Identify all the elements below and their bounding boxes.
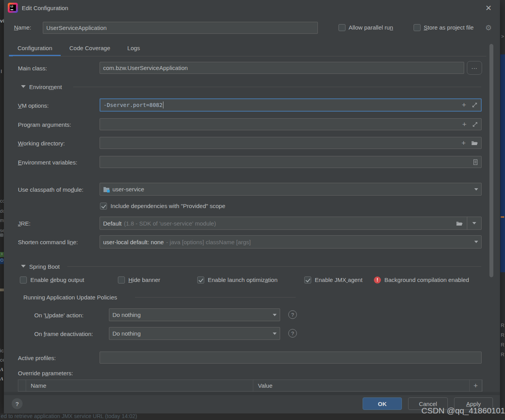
expand-icon[interactable] bbox=[472, 121, 478, 128]
bg-fragment: I bbox=[0, 252, 4, 257]
enable-launch-optimization-label: Enable launch optimization bbox=[208, 276, 277, 283]
override-parameters-table-header: Name Value + bbox=[18, 380, 482, 392]
shorten-value: user-local default: none bbox=[103, 239, 164, 245]
jre-label: JRE: bbox=[18, 220, 31, 227]
chevron-down-icon[interactable] bbox=[474, 188, 478, 191]
chevron-down-icon bbox=[472, 222, 476, 224]
active-profiles-input[interactable] bbox=[100, 352, 482, 364]
main-class-input[interactable]: com.bzw.UserServiceApplication bbox=[100, 62, 464, 74]
allow-parallel-run-checkbox[interactable] bbox=[338, 24, 345, 31]
vm-options-input[interactable]: -Dserver.port=8082 + bbox=[100, 98, 482, 112]
bg-fragment: A bbox=[0, 376, 4, 382]
gear-icon[interactable]: ⚙ bbox=[485, 23, 492, 32]
on-update-action-value: Do nothing bbox=[112, 312, 141, 318]
bg-fragment: R bbox=[501, 352, 504, 357]
collapse-environment-icon[interactable] bbox=[21, 85, 26, 88]
bg-fragment: l bbox=[1, 68, 2, 74]
include-provided-label: Include dependencies with "Provided" sco… bbox=[110, 203, 225, 209]
vm-options-label: VM options: bbox=[18, 102, 49, 109]
chevron-down-icon[interactable] bbox=[474, 241, 478, 243]
bg-fragment: m bbox=[0, 218, 4, 223]
program-arguments-label: Program arguments: bbox=[18, 121, 71, 128]
jre-dropdown-button[interactable] bbox=[467, 217, 481, 229]
collapse-spring-boot-icon[interactable] bbox=[21, 265, 26, 268]
working-directory-input[interactable]: + bbox=[100, 137, 482, 149]
on-frame-deactivation-label: On frame deactivation: bbox=[34, 331, 93, 337]
bg-fragment: R bbox=[501, 332, 504, 338]
expand-icon[interactable] bbox=[472, 102, 478, 108]
store-as-project-file-label: Store as project file bbox=[424, 24, 473, 31]
table-header-value[interactable]: Value bbox=[253, 380, 470, 391]
bg-fragment bbox=[0, 289, 4, 291]
tab-code-coverage[interactable]: Code Coverage bbox=[61, 40, 119, 56]
vm-options-value: -Dserver.port=8082 bbox=[103, 102, 163, 108]
ellipsis-icon: ... bbox=[472, 63, 478, 70]
help-button[interactable]: ? bbox=[12, 398, 23, 409]
enable-jmx-agent-checkbox[interactable] bbox=[304, 276, 311, 284]
close-icon[interactable]: × bbox=[486, 4, 491, 12]
program-arguments-input[interactable]: + bbox=[100, 118, 482, 130]
bg-scroll-mark bbox=[501, 216, 504, 218]
bg-editor-strip bbox=[500, 54, 505, 272]
hide-banner-checkbox[interactable] bbox=[118, 276, 125, 284]
shorten-hint: - java [options] className [args] bbox=[166, 239, 251, 245]
scrollbar-thumb[interactable] bbox=[489, 44, 493, 277]
chevron-down-icon[interactable] bbox=[273, 332, 277, 335]
browse-variables-icon[interactable] bbox=[473, 159, 478, 165]
bg-fragment: R bbox=[501, 322, 504, 328]
shorten-command-line-combobox[interactable]: user-local default: none - java [options… bbox=[100, 235, 482, 248]
browse-main-class-button[interactable]: ... bbox=[467, 61, 482, 75]
csdn-watermark: CSDN @qq_41860101 bbox=[421, 406, 505, 415]
working-directory-label: Working directory: bbox=[18, 140, 65, 147]
add-macro-icon[interactable]: + bbox=[462, 122, 466, 127]
module-combobox[interactable]: user-service bbox=[100, 183, 482, 196]
jre-combobox[interactable]: Default (1.8 - SDK of 'user-service' mod… bbox=[100, 217, 482, 230]
add-parameter-button[interactable]: + bbox=[470, 380, 482, 391]
chevron-down-icon[interactable] bbox=[273, 314, 277, 316]
open-folder-icon[interactable] bbox=[471, 140, 478, 146]
update-policies-section-title: Running Application Update Policies bbox=[23, 294, 117, 301]
browse-jre-icon[interactable] bbox=[452, 220, 467, 226]
tab-configuration[interactable]: Configuration bbox=[9, 40, 61, 56]
allow-parallel-run-label: Allow parallel run bbox=[349, 24, 393, 31]
enable-launch-optimization-checkbox[interactable] bbox=[197, 276, 204, 284]
main-class-label: Main class: bbox=[18, 65, 47, 72]
on-frame-deactivation-combobox[interactable]: Do nothing bbox=[109, 327, 280, 340]
tab-bar: Configuration Code Coverage Logs bbox=[9, 40, 149, 56]
dialog-title: Edit Configuration bbox=[22, 5, 68, 11]
tab-divider bbox=[13, 56, 486, 56]
bg-fragment bbox=[0, 233, 4, 237]
add-macro-icon[interactable]: + bbox=[462, 102, 466, 108]
name-input[interactable]: UserServiceApplication bbox=[43, 22, 318, 34]
on-frame-deactivation-value: Do nothing bbox=[112, 330, 141, 337]
error-icon: ! bbox=[374, 276, 381, 284]
text-caret bbox=[163, 102, 163, 108]
help-icon[interactable]: ? bbox=[288, 310, 297, 319]
store-as-project-file-checkbox[interactable] bbox=[414, 24, 421, 31]
include-provided-checkbox[interactable] bbox=[100, 203, 107, 210]
enable-debug-output-checkbox[interactable] bbox=[20, 276, 27, 284]
bg-fragment: ic bbox=[0, 348, 4, 354]
edit-configuration-dialog: IJ Edit Configuration × Name: UserServic… bbox=[4, 0, 500, 413]
on-update-action-combobox[interactable]: Do nothing bbox=[109, 308, 280, 321]
on-update-action-label: On 'Update' action: bbox=[34, 312, 84, 318]
environment-variables-input[interactable] bbox=[100, 156, 482, 168]
add-macro-icon[interactable]: + bbox=[461, 140, 466, 146]
background-compilation-warning: Background compilation enabled bbox=[384, 276, 469, 283]
table-header-name[interactable]: Name bbox=[26, 380, 253, 391]
tab-logs[interactable]: Logs bbox=[119, 40, 149, 56]
active-profiles-label: Active profiles: bbox=[18, 355, 56, 361]
spring-boot-section-line bbox=[67, 266, 481, 267]
add-icon: + bbox=[473, 384, 478, 388]
help-icon[interactable]: ? bbox=[288, 329, 297, 338]
module-folder-icon bbox=[103, 186, 110, 192]
ok-button[interactable]: OK bbox=[363, 397, 402, 410]
name-label: Name: bbox=[14, 24, 31, 31]
status-message: ed to retrieve application JMX service U… bbox=[1, 413, 137, 419]
screen: vi l cc do m se I O ic ce A A > R R R R … bbox=[0, 0, 505, 420]
bg-fragment: A bbox=[0, 366, 4, 373]
enable-debug-output-label: Enable debug output bbox=[30, 276, 84, 283]
override-parameters-label: Override parameters: bbox=[18, 370, 73, 376]
environment-variables-label: Environment variables: bbox=[18, 159, 77, 166]
spring-boot-section-title: Spring Boot bbox=[29, 263, 60, 270]
